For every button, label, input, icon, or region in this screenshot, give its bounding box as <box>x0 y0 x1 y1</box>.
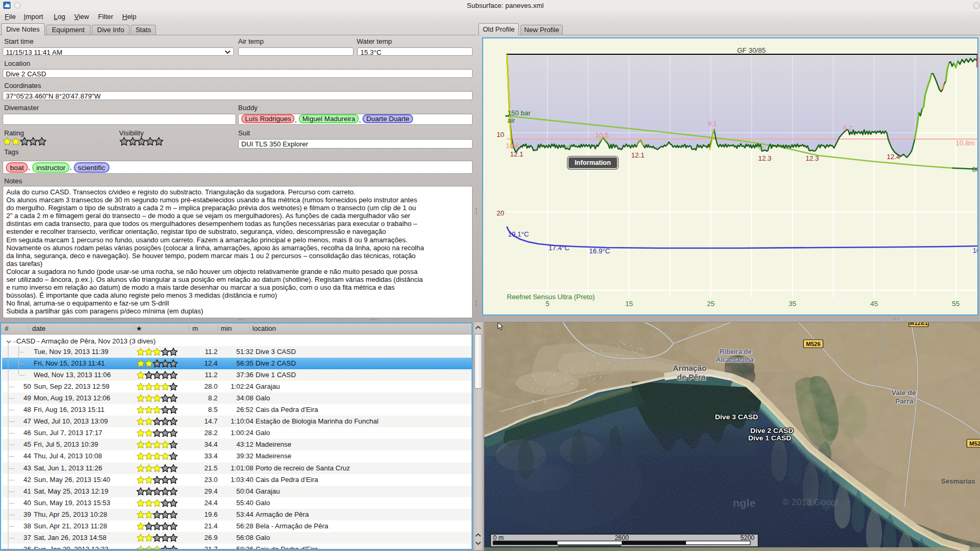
svg-text:ngle: ngle <box>733 497 756 509</box>
svg-text:10.8m: 10.8m <box>956 139 975 147</box>
svg-text:12.1: 12.1 <box>631 151 644 159</box>
svg-text:0 m: 0 m <box>493 534 504 542</box>
svg-text:12.3: 12.3 <box>758 154 771 162</box>
svg-text:10.8: 10.8 <box>506 142 519 150</box>
svg-text:20: 20 <box>497 209 504 217</box>
svg-text:Ribeira de: Ribeira de <box>720 348 751 356</box>
svg-text:Dive 2 CASD: Dive 2 CASD <box>750 427 793 435</box>
svg-text:Vale de: Vale de <box>891 389 916 397</box>
svg-text:9.7: 9.7 <box>843 124 852 132</box>
svg-text:25: 25 <box>707 300 714 308</box>
svg-text:9.1: 9.1 <box>708 120 717 127</box>
svg-text:150 bar: 150 bar <box>507 109 531 117</box>
svg-text:5200: 5200 <box>740 534 754 542</box>
svg-text:5: 5 <box>545 300 549 308</box>
svg-text:© 2013 Googl: © 2013 Googl <box>782 497 838 507</box>
svg-text:Armação: Armação <box>673 363 707 372</box>
svg-text:M526: M526 <box>806 341 821 347</box>
svg-text:2600: 2600 <box>615 534 629 542</box>
svg-text:air: air <box>507 116 515 124</box>
svg-text:80: 80 <box>972 165 977 173</box>
svg-text:16: 16 <box>973 247 977 254</box>
svg-text:19.1°C: 19.1°C <box>508 230 529 238</box>
svg-text:de Pêra: de Pêra <box>677 372 706 381</box>
svg-text:Dive 3 CASD: Dive 3 CASD <box>715 413 758 421</box>
svg-text:10.5: 10.5 <box>595 131 609 139</box>
svg-text:55: 55 <box>952 300 959 308</box>
svg-text:35: 35 <box>789 300 796 308</box>
svg-text:GF 30/85: GF 30/85 <box>737 46 766 54</box>
svg-text:Dive 1 CASD: Dive 1 CASD <box>748 434 791 442</box>
svg-text:17.4°C: 17.4°C <box>548 244 570 252</box>
svg-text:M12Ƨ1: M12Ƨ1 <box>909 322 928 326</box>
svg-text:10: 10 <box>497 131 504 139</box>
svg-text:Parra: Parra <box>895 397 914 405</box>
svg-text:45: 45 <box>870 300 878 308</box>
svg-text:M526: M526 <box>969 440 980 447</box>
svg-text:15: 15 <box>625 300 633 308</box>
svg-text:12.4: 12.4 <box>887 153 900 161</box>
svg-text:16.9°C: 16.9°C <box>589 247 610 255</box>
svg-text:12.1: 12.1 <box>510 150 523 158</box>
svg-text:Reefnet Sensus Ultra (Preto): Reefnet Sensus Ultra (Preto) <box>507 293 595 301</box>
svg-text:12.3: 12.3 <box>806 154 819 162</box>
svg-text:Sesmarias: Sesmarias <box>941 477 975 485</box>
svg-text:Alcantarilha: Alcantarilha <box>716 356 754 363</box>
